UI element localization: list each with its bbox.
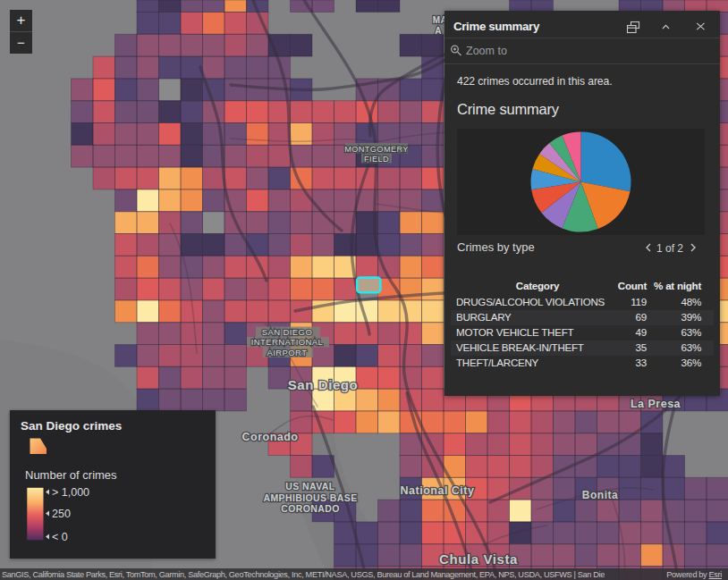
svg-text:National City: National City bbox=[401, 484, 475, 497]
svg-text:AMPHIBIOUS BASE: AMPHIBIOUS BASE bbox=[263, 492, 357, 503]
svg-text:AIRPORT: AIRPORT bbox=[267, 348, 308, 357]
svg-text:MONTGOMERY: MONTGOMERY bbox=[344, 145, 409, 154]
svg-text:INTERNATIONAL: INTERNATIONAL bbox=[251, 337, 324, 347]
svg-text:FIELD: FIELD bbox=[364, 155, 389, 164]
svg-text:Bonita: Bonita bbox=[582, 489, 618, 501]
svg-text:La Presa: La Presa bbox=[631, 398, 681, 410]
svg-text:Chula Vista: Chula Vista bbox=[439, 551, 518, 567]
svg-text:US NAVAL: US NAVAL bbox=[285, 481, 334, 492]
svg-text:CORONADO: CORONADO bbox=[281, 503, 340, 514]
svg-text:SAN DIEGO: SAN DIEGO bbox=[262, 327, 312, 337]
svg-text:Coronado: Coronado bbox=[241, 431, 298, 443]
svg-text:San Diego: San Diego bbox=[288, 377, 359, 392]
svg-text:A: A bbox=[435, 26, 442, 36]
